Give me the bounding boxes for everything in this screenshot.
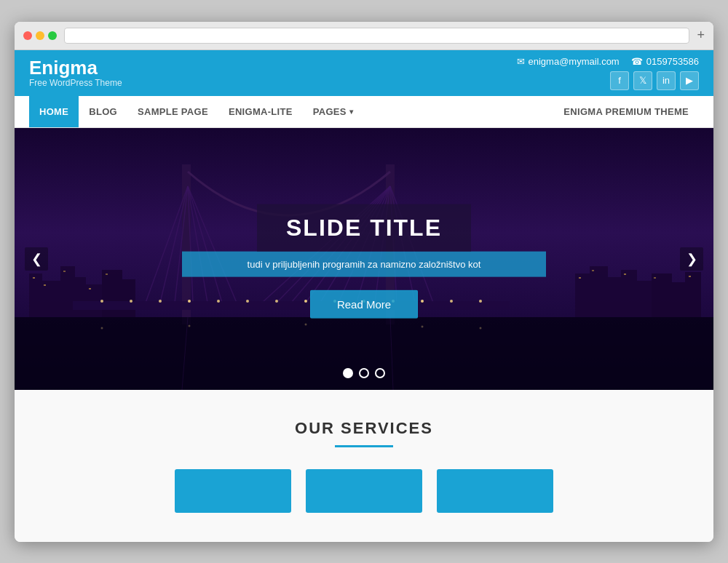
browser-window: + Enigma Free WordPress Theme ✉ enigma@m… bbox=[15, 22, 713, 542]
svg-point-67 bbox=[305, 323, 307, 325]
services-cards bbox=[29, 469, 699, 527]
slider-dot-3[interactable] bbox=[375, 368, 385, 378]
services-underline bbox=[335, 445, 393, 447]
slider-dots bbox=[343, 368, 385, 378]
top-bar-right: ✉ enigma@mymail.com ☎ 0159753586 f 𝕏 in … bbox=[517, 56, 699, 90]
youtube-icon[interactable]: ▶ bbox=[680, 71, 699, 90]
slider-dot-1[interactable] bbox=[343, 368, 353, 378]
top-bar: Enigma Free WordPress Theme ✉ enigma@mym… bbox=[15, 50, 713, 96]
service-card-2 bbox=[306, 469, 422, 513]
read-more-button[interactable]: Read More bbox=[310, 290, 418, 318]
linkedin-icon[interactable]: in bbox=[657, 71, 676, 90]
svg-point-66 bbox=[189, 324, 191, 327]
slide-subtitle: tudi v priljubljenih programih za namizn… bbox=[240, 258, 488, 269]
slide-content: SLIDE TITLE tudi v priljubljenih program… bbox=[15, 204, 713, 318]
email-address[interactable]: enigma@mymail.com bbox=[529, 56, 620, 67]
svg-point-69 bbox=[480, 327, 482, 329]
svg-point-65 bbox=[101, 327, 103, 329]
navbar: HOME BLOG SAMPLE PAGE ENIGMA-LITE PAGES … bbox=[15, 96, 713, 128]
slide-title-box: SLIDE TITLE bbox=[257, 204, 471, 251]
svg-rect-62 bbox=[15, 317, 713, 390]
contact-info: ✉ enigma@mymail.com ☎ 0159753586 bbox=[517, 56, 699, 67]
svg-point-68 bbox=[422, 325, 424, 327]
services-title: OUR SERVICES bbox=[29, 419, 699, 438]
phone-contact: ☎ 0159753586 bbox=[631, 56, 699, 67]
nav-item-enigma-lite[interactable]: ENIGMA-LITE bbox=[218, 95, 303, 127]
nav-item-pages[interactable]: PAGES ▾ bbox=[303, 95, 363, 127]
service-card-1 bbox=[175, 469, 291, 513]
nav-item-home[interactable]: HOME bbox=[29, 95, 79, 127]
email-contact: ✉ enigma@mymail.com bbox=[517, 56, 620, 67]
phone-number[interactable]: 0159753586 bbox=[646, 56, 699, 67]
email-icon: ✉ bbox=[517, 56, 525, 67]
minimize-dot[interactable] bbox=[36, 31, 44, 40]
slider-arrow-left[interactable]: ❮ bbox=[25, 247, 48, 271]
slide-title: SLIDE TITLE bbox=[286, 214, 442, 241]
nav-item-premium[interactable]: ENIGMA PREMIUM THEME bbox=[553, 95, 699, 127]
social-icons: f 𝕏 in ▶ bbox=[610, 71, 699, 90]
nav-item-sample-page[interactable]: SAMPLE PAGE bbox=[127, 95, 218, 127]
services-section: OUR SERVICES bbox=[15, 390, 713, 542]
slide-subtitle-box: tudi v priljubljenih programih za namizn… bbox=[182, 251, 546, 276]
nav-item-blog[interactable]: BLOG bbox=[79, 95, 127, 127]
pages-chevron: ▾ bbox=[349, 108, 353, 116]
maximize-dot[interactable] bbox=[48, 31, 57, 40]
twitter-icon[interactable]: 𝕏 bbox=[633, 71, 652, 90]
service-card-3 bbox=[437, 469, 553, 513]
hero-slider: SLIDE TITLE tudi v priljubljenih program… bbox=[15, 128, 713, 390]
browser-dots bbox=[23, 31, 57, 40]
site-tagline: Free WordPress Theme bbox=[29, 78, 122, 88]
browser-chrome: + bbox=[15, 22, 713, 50]
facebook-icon[interactable]: f bbox=[610, 71, 629, 90]
logo-area: Enigma Free WordPress Theme bbox=[29, 57, 122, 89]
hero-background: SLIDE TITLE tudi v priljubljenih program… bbox=[15, 128, 713, 390]
slider-dot-2[interactable] bbox=[359, 368, 369, 378]
phone-icon: ☎ bbox=[631, 56, 643, 67]
slider-arrow-right[interactable]: ❯ bbox=[680, 247, 703, 271]
address-bar[interactable] bbox=[64, 28, 689, 44]
site-logo[interactable]: Enigma bbox=[29, 57, 122, 79]
close-dot[interactable] bbox=[23, 31, 32, 40]
new-tab-button[interactable]: + bbox=[697, 28, 705, 43]
